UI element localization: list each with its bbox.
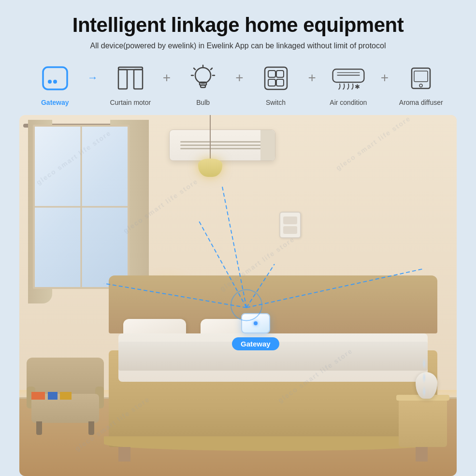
- arrow-icon: →: [87, 72, 98, 84]
- svg-rect-5: [134, 70, 143, 89]
- devices-row: Gateway → Curtain motor +: [19, 61, 457, 106]
- svg-rect-0: [43, 67, 67, 89]
- pendant-cord: [210, 115, 211, 159]
- pendant-lamp: [198, 115, 222, 177]
- svg-rect-4: [118, 70, 127, 89]
- svg-text:✱: ✱: [354, 84, 360, 91]
- window: [33, 125, 130, 289]
- page-title: Intelligent linkage home equipment: [72, 14, 404, 37]
- diffuser-scene: [416, 372, 437, 399]
- svg-line-12: [211, 68, 212, 70]
- ac-right-panel: [260, 130, 275, 160]
- chair-back: [27, 358, 104, 396]
- svg-rect-17: [268, 71, 275, 77]
- switch-button-2: [283, 226, 297, 234]
- books: [31, 391, 72, 400]
- aroma-diffuser-icon: [406, 63, 436, 93]
- nightstand: [399, 399, 447, 447]
- svg-rect-16: [265, 67, 287, 89]
- device-switch: Switch: [245, 61, 307, 106]
- wall-switch-scene: [279, 212, 301, 238]
- book-3: [60, 392, 72, 400]
- switch-label: Switch: [266, 99, 286, 106]
- device-air-condition: ✱ Air condition: [317, 61, 380, 106]
- book-2: [48, 392, 58, 400]
- page-container: Intelligent linkage home equipment All d…: [0, 0, 476, 476]
- chair-leg-right: [88, 421, 94, 435]
- svg-rect-18: [276, 71, 284, 77]
- bed-leg-front-right: [416, 447, 428, 462]
- switch-icon-wrap: [259, 61, 293, 96]
- gateway-icon-wrap: [38, 61, 72, 96]
- steam-wisp-3: [422, 386, 426, 398]
- air-conditioner-unit: [169, 130, 275, 161]
- room-image: Gateway gleco smart life store: [19, 115, 457, 476]
- page-subtitle: All device(powered by ewelink) in Ewelin…: [90, 42, 386, 50]
- plus-icon-2: +: [235, 70, 243, 86]
- svg-rect-19: [268, 79, 275, 86]
- plus-icon-1: +: [163, 70, 171, 86]
- bed-platform: [109, 350, 437, 447]
- bed-leg-front-left: [118, 447, 130, 462]
- curtain-motor-icon: [115, 63, 145, 93]
- diffuser-steam: [421, 358, 432, 400]
- bulb-label: Bulb: [196, 99, 210, 106]
- gateway-label: Gateway: [41, 99, 69, 106]
- pendant-shade: [198, 159, 222, 177]
- svg-point-2: [53, 80, 57, 84]
- device-gateway: Gateway: [24, 61, 87, 106]
- svg-rect-26: [414, 71, 428, 82]
- svg-point-8: [195, 68, 211, 83]
- chair-leg-left: [36, 421, 42, 435]
- device-aroma-diffuser: Aroma diffuser: [389, 61, 452, 106]
- svg-point-27: [419, 84, 422, 87]
- book-1: [31, 392, 45, 400]
- device-bulb: Bulb: [172, 61, 234, 106]
- aroma-diffuser-label: Aroma diffuser: [399, 99, 443, 106]
- air-condition-label: Air condition: [330, 99, 367, 106]
- curtain-motor-icon-wrap: [113, 61, 148, 96]
- plus-icon-3: +: [308, 70, 316, 86]
- svg-point-1: [48, 80, 52, 84]
- switch-button-1: [283, 216, 297, 224]
- svg-rect-20: [276, 79, 284, 86]
- gateway-hub-scene: Gateway: [232, 313, 279, 350]
- armchair: [27, 370, 104, 437]
- bulb-icon: [188, 63, 218, 93]
- hub-body: [241, 313, 270, 333]
- hub-dot: [254, 321, 258, 325]
- gateway-icon: [40, 63, 70, 93]
- bedroom-scene: Gateway gleco smart life store: [19, 115, 457, 476]
- bed-front-arc: [104, 436, 442, 451]
- curtain-motor-label: Curtain motor: [110, 99, 151, 106]
- device-curtain-motor: Curtain motor: [99, 61, 162, 106]
- svg-rect-10: [201, 85, 205, 87]
- switch-icon: [261, 63, 291, 93]
- svg-rect-21: [332, 69, 364, 82]
- plus-icon-4: +: [381, 70, 389, 86]
- svg-line-13: [194, 68, 195, 70]
- bulb-icon-wrap: [186, 61, 220, 96]
- air-condition-icon-wrap: ✱: [331, 61, 366, 96]
- air-condition-icon: ✱: [331, 63, 366, 93]
- aroma-diffuser-icon-wrap: [404, 61, 438, 96]
- steam-wisp-1: [422, 358, 426, 370]
- steam-wisp-2: [422, 372, 426, 384]
- hub-label: Gateway: [232, 337, 279, 350]
